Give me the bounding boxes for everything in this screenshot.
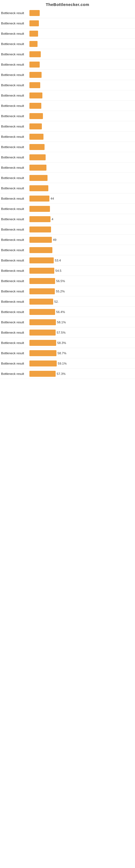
bottleneck-label: Bottleneck result — [1, 156, 30, 159]
table-row: Bottleneck result — [0, 121, 135, 131]
table-row: Bottleneck result — [0, 49, 135, 59]
bottleneck-label: Bottleneck result — [1, 218, 30, 221]
bar-container: 58.3% — [30, 340, 134, 346]
bar-container — [30, 72, 134, 78]
table-row: Bottleneck result56.5% — [0, 276, 135, 286]
table-row: Bottleneck result — [0, 152, 135, 162]
table-row: Bottleneck result — [0, 245, 135, 255]
bar-container — [30, 226, 134, 232]
bar-value: 58.3% — [57, 341, 66, 344]
bar-container: 58.1% — [30, 319, 134, 325]
bar-container: 54.5 — [30, 268, 134, 274]
bar — [30, 62, 40, 67]
bar-container: 49 — [30, 237, 134, 243]
bar — [30, 216, 50, 222]
bar — [30, 10, 40, 16]
bar — [30, 72, 42, 78]
bar-container — [30, 31, 134, 37]
table-row: Bottleneck result — [0, 111, 135, 121]
table-row: Bottleneck result — [0, 101, 135, 111]
bottleneck-label: Bottleneck result — [1, 372, 30, 375]
bar — [30, 93, 42, 98]
bar — [30, 20, 39, 26]
bar-value: 55.2% — [56, 290, 65, 293]
bar — [30, 371, 56, 377]
table-row: Bottleneck result — [0, 173, 135, 183]
bar-container — [30, 82, 134, 88]
bottleneck-label: Bottleneck result — [1, 362, 30, 365]
bar-container — [30, 51, 134, 57]
bar-container — [30, 175, 134, 181]
bar — [30, 195, 49, 202]
table-row: Bottleneck result — [0, 142, 135, 152]
bar — [30, 247, 52, 253]
bar — [30, 226, 51, 232]
bar — [30, 154, 46, 160]
table-row: Bottleneck result — [0, 90, 135, 101]
bar-container: 59.1% — [30, 361, 134, 367]
bottleneck-label: Bottleneck result — [1, 42, 30, 45]
table-row: Bottleneck result — [0, 162, 135, 173]
table-row: Bottleneck result — [0, 29, 135, 39]
bar — [30, 165, 46, 170]
bar-container: 57.5% — [30, 330, 134, 336]
bar — [30, 113, 43, 119]
bar — [30, 206, 50, 212]
bottleneck-label: Bottleneck result — [1, 11, 30, 14]
bar — [30, 319, 56, 325]
bar — [30, 309, 55, 315]
bar — [30, 237, 52, 243]
bar — [30, 278, 55, 284]
bar-container: 57.3% — [30, 371, 134, 377]
table-row: Bottleneck result58.7% — [0, 348, 135, 358]
bottleneck-label: Bottleneck result — [1, 104, 30, 107]
bottleneck-label: Bottleneck result — [1, 238, 30, 241]
bar-container — [30, 93, 134, 98]
bar-container: 55.2% — [30, 288, 134, 294]
table-row: Bottleneck result — [0, 70, 135, 80]
table-row: Bottleneck result58.1% — [0, 317, 135, 328]
bottleneck-label: Bottleneck result — [1, 94, 30, 97]
bar — [30, 134, 43, 140]
table-row: Bottleneck result52. — [0, 297, 135, 307]
bottleneck-label: Bottleneck result — [1, 176, 30, 180]
table-row: Bottleneck result — [0, 59, 135, 70]
bar-container: 52. — [30, 299, 134, 305]
bottleneck-label: Bottleneck result — [1, 269, 30, 272]
bottleneck-label: Bottleneck result — [1, 290, 30, 293]
bar-container — [30, 247, 134, 253]
bottleneck-label: Bottleneck result — [1, 341, 30, 344]
bar-container — [30, 154, 134, 160]
bar-value: 44 — [50, 197, 54, 200]
bar-container — [30, 10, 134, 16]
bottleneck-label: Bottleneck result — [1, 166, 30, 169]
bottleneck-label: Bottleneck result — [1, 115, 30, 118]
bar — [30, 41, 38, 47]
bar-container — [30, 20, 134, 26]
table-row: Bottleneck result44 — [0, 193, 135, 204]
bottleneck-label: Bottleneck result — [1, 310, 30, 314]
bottleneck-label: Bottleneck result — [1, 279, 30, 283]
bar-container: 53.4 — [30, 257, 134, 264]
bottleneck-label: Bottleneck result — [1, 32, 30, 35]
bar-container — [30, 185, 134, 191]
bar — [30, 51, 41, 57]
table-row: Bottleneck result49 — [0, 235, 135, 245]
site-header: TheBottlenecker.com — [0, 0, 135, 8]
bar-container — [30, 206, 134, 212]
bar — [30, 123, 42, 129]
bar — [30, 144, 45, 150]
bar — [30, 103, 41, 109]
bar-container — [30, 144, 134, 150]
table-row: Bottleneck result53.4 — [0, 255, 135, 266]
table-row: Bottleneck result — [0, 18, 135, 29]
bar-container — [30, 41, 134, 47]
bottleneck-label: Bottleneck result — [1, 259, 30, 262]
bar-container: 44 — [30, 195, 134, 202]
bar-value: 49 — [53, 238, 56, 241]
bar-value: 52. — [54, 300, 58, 303]
table-row: Bottleneck result — [0, 183, 135, 193]
bottleneck-label: Bottleneck result — [1, 53, 30, 56]
bar-container — [30, 113, 134, 119]
bottleneck-label: Bottleneck result — [1, 73, 30, 76]
